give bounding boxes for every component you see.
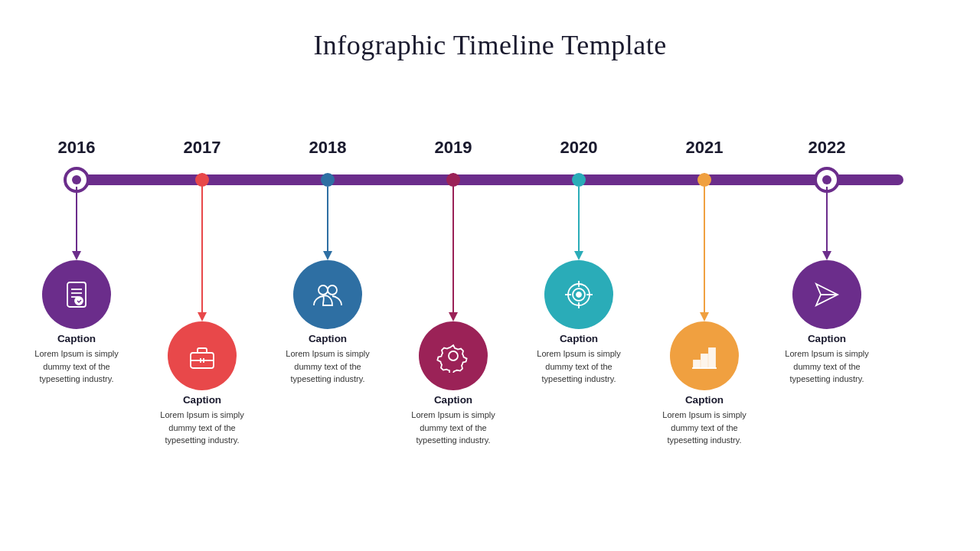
svg-marker-12 — [323, 251, 332, 260]
timeline-area: 2016 2017 2018 2019 2020 2021 2022 — [38, 92, 942, 474]
svg-marker-16 — [822, 251, 831, 260]
svg-marker-14 — [574, 251, 583, 260]
svg-marker-18 — [198, 312, 207, 321]
page-title: Infographic Timeline Template — [313, 29, 666, 61]
svg-marker-10 — [72, 251, 81, 260]
svg-point-8 — [822, 175, 831, 184]
svg-marker-20 — [449, 312, 458, 321]
svg-marker-22 — [700, 312, 709, 321]
timeline-svg — [38, 92, 942, 474]
svg-point-3 — [321, 173, 335, 187]
svg-point-1 — [72, 175, 81, 184]
slide: Infographic Timeline Template — [0, 0, 980, 551]
svg-point-5 — [572, 173, 586, 187]
